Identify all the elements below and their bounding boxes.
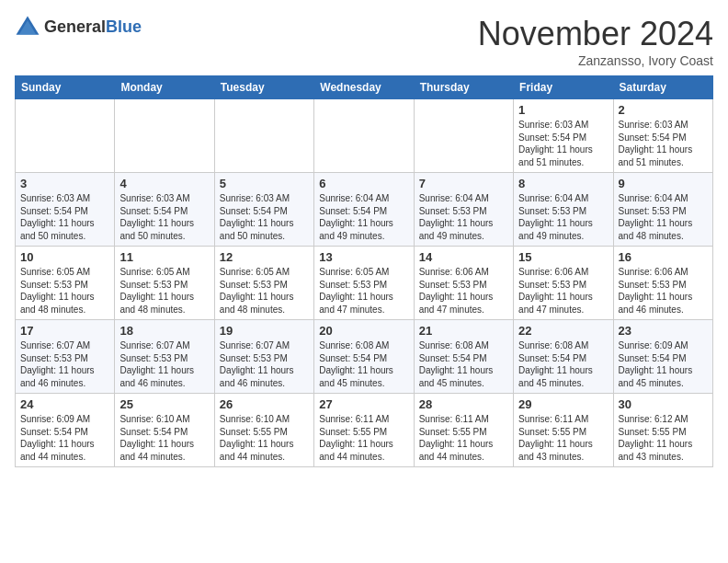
- calendar-cell: 4Sunrise: 6:03 AM Sunset: 5:54 PM Daylig…: [115, 173, 214, 247]
- day-info: Sunrise: 6:03 AM Sunset: 5:54 PM Dayligh…: [619, 119, 708, 168]
- day-number: 4: [119, 177, 209, 190]
- day-number: 27: [319, 397, 408, 411]
- logo-general: General: [44, 17, 106, 36]
- day-info: Sunrise: 6:05 AM Sunset: 5:53 PM Dayligh…: [220, 266, 309, 316]
- weekday-header-wednesday: Wednesday: [314, 76, 414, 99]
- weekday-header-row: SundayMondayTuesdayWednesdayThursdayFrid…: [16, 76, 713, 99]
- location: Zanzansso, Ivory Coast: [478, 53, 713, 68]
- day-number: 29: [518, 397, 608, 411]
- day-number: 21: [419, 324, 508, 338]
- calendar-cell: 29Sunrise: 6:11 AM Sunset: 5:55 PM Dayli…: [514, 394, 613, 467]
- day-info: Sunrise: 6:04 AM Sunset: 5:53 PM Dayligh…: [518, 192, 608, 242]
- weekday-header-monday: Monday: [115, 76, 214, 99]
- weekday-header-sunday: Sunday: [16, 76, 115, 99]
- day-number: 7: [419, 177, 508, 190]
- calendar-cell: 8Sunrise: 6:04 AM Sunset: 5:53 PM Daylig…: [514, 173, 613, 247]
- day-number: 10: [20, 250, 109, 264]
- calendar-cell: 16Sunrise: 6:06 AM Sunset: 5:53 PM Dayli…: [613, 247, 712, 320]
- day-info: Sunrise: 6:03 AM Sunset: 5:54 PM Dayligh…: [119, 192, 209, 242]
- page-header: GeneralBlue November 2024 Zanzansso, Ivo…: [15, 15, 713, 68]
- day-number: 20: [319, 324, 408, 338]
- day-info: Sunrise: 6:07 AM Sunset: 5:53 PM Dayligh…: [119, 339, 209, 389]
- day-info: Sunrise: 6:04 AM Sunset: 5:54 PM Dayligh…: [319, 192, 408, 242]
- day-number: 1: [518, 103, 608, 117]
- day-info: Sunrise: 6:09 AM Sunset: 5:54 PM Dayligh…: [619, 339, 708, 389]
- calendar-cell: 11Sunrise: 6:05 AM Sunset: 5:53 PM Dayli…: [115, 247, 214, 320]
- day-info: Sunrise: 6:08 AM Sunset: 5:54 PM Dayligh…: [518, 339, 608, 389]
- weekday-header-friday: Friday: [514, 76, 613, 99]
- calendar-cell: 20Sunrise: 6:08 AM Sunset: 5:54 PM Dayli…: [314, 320, 414, 394]
- logo-blue-text: Blue: [106, 17, 142, 36]
- day-info: Sunrise: 6:07 AM Sunset: 5:53 PM Dayligh…: [220, 339, 309, 389]
- day-info: Sunrise: 6:08 AM Sunset: 5:54 PM Dayligh…: [319, 339, 408, 389]
- calendar-cell: 15Sunrise: 6:06 AM Sunset: 5:53 PM Dayli…: [514, 247, 613, 320]
- day-info: Sunrise: 6:05 AM Sunset: 5:53 PM Dayligh…: [119, 266, 209, 316]
- month-title: November 2024: [478, 15, 713, 53]
- day-number: 5: [220, 177, 309, 190]
- calendar-cell: 1Sunrise: 6:03 AM Sunset: 5:54 PM Daylig…: [514, 99, 613, 173]
- day-info: Sunrise: 6:10 AM Sunset: 5:55 PM Dayligh…: [220, 413, 309, 463]
- calendar-cell: 9Sunrise: 6:04 AM Sunset: 5:53 PM Daylig…: [613, 173, 712, 247]
- day-number: 30: [619, 397, 708, 411]
- weekday-header-thursday: Thursday: [414, 76, 513, 99]
- day-number: 18: [119, 324, 209, 338]
- day-number: 17: [20, 324, 109, 338]
- day-number: 23: [619, 324, 708, 338]
- calendar-week-row: 3Sunrise: 6:03 AM Sunset: 5:54 PM Daylig…: [16, 173, 713, 247]
- calendar-cell: 23Sunrise: 6:09 AM Sunset: 5:54 PM Dayli…: [613, 320, 712, 394]
- day-number: 13: [319, 250, 408, 264]
- calendar-cell: [115, 99, 214, 173]
- title-block: November 2024 Zanzansso, Ivory Coast: [478, 15, 713, 68]
- calendar-week-row: 10Sunrise: 6:05 AM Sunset: 5:53 PM Dayli…: [16, 247, 713, 320]
- day-number: 24: [20, 397, 109, 411]
- calendar-cell: 5Sunrise: 6:03 AM Sunset: 5:54 PM Daylig…: [214, 173, 313, 247]
- day-number: 11: [119, 250, 209, 264]
- day-info: Sunrise: 6:08 AM Sunset: 5:54 PM Dayligh…: [419, 339, 508, 389]
- day-info: Sunrise: 6:06 AM Sunset: 5:53 PM Dayligh…: [619, 266, 708, 316]
- day-info: Sunrise: 6:11 AM Sunset: 5:55 PM Dayligh…: [419, 413, 508, 463]
- day-number: 3: [20, 177, 109, 190]
- calendar-cell: [16, 99, 115, 173]
- day-info: Sunrise: 6:11 AM Sunset: 5:55 PM Dayligh…: [518, 413, 608, 463]
- calendar-cell: 2Sunrise: 6:03 AM Sunset: 5:54 PM Daylig…: [613, 99, 712, 173]
- day-number: 26: [220, 397, 309, 411]
- day-number: 28: [419, 397, 508, 411]
- calendar-cell: [414, 99, 513, 173]
- day-number: 6: [319, 177, 408, 190]
- day-info: Sunrise: 6:05 AM Sunset: 5:53 PM Dayligh…: [20, 266, 109, 316]
- calendar-cell: 12Sunrise: 6:05 AM Sunset: 5:53 PM Dayli…: [214, 247, 313, 320]
- calendar-cell: 3Sunrise: 6:03 AM Sunset: 5:54 PM Daylig…: [16, 173, 115, 247]
- weekday-header-saturday: Saturday: [613, 76, 712, 99]
- day-number: 2: [619, 103, 708, 117]
- calendar-cell: 13Sunrise: 6:05 AM Sunset: 5:53 PM Dayli…: [314, 247, 414, 320]
- calendar-cell: 17Sunrise: 6:07 AM Sunset: 5:53 PM Dayli…: [16, 320, 115, 394]
- day-info: Sunrise: 6:11 AM Sunset: 5:55 PM Dayligh…: [319, 413, 408, 463]
- calendar-cell: 21Sunrise: 6:08 AM Sunset: 5:54 PM Dayli…: [414, 320, 513, 394]
- calendar-cell: [314, 99, 414, 173]
- weekday-header-tuesday: Tuesday: [214, 76, 313, 99]
- calendar-table: SundayMondayTuesdayWednesdayThursdayFrid…: [15, 75, 713, 467]
- day-number: 8: [518, 177, 608, 190]
- day-number: 19: [220, 324, 309, 338]
- calendar-cell: 19Sunrise: 6:07 AM Sunset: 5:53 PM Dayli…: [214, 320, 313, 394]
- calendar-cell: 28Sunrise: 6:11 AM Sunset: 5:55 PM Dayli…: [414, 394, 513, 467]
- day-info: Sunrise: 6:10 AM Sunset: 5:54 PM Dayligh…: [119, 413, 209, 463]
- day-info: Sunrise: 6:04 AM Sunset: 5:53 PM Dayligh…: [419, 192, 508, 242]
- calendar-week-row: 1Sunrise: 6:03 AM Sunset: 5:54 PM Daylig…: [16, 99, 713, 173]
- day-number: 16: [619, 250, 708, 264]
- day-info: Sunrise: 6:06 AM Sunset: 5:53 PM Dayligh…: [518, 266, 608, 316]
- day-number: 9: [619, 177, 708, 190]
- calendar-cell: 10Sunrise: 6:05 AM Sunset: 5:53 PM Dayli…: [16, 247, 115, 320]
- day-info: Sunrise: 6:03 AM Sunset: 5:54 PM Dayligh…: [518, 119, 608, 168]
- calendar-cell: [214, 99, 313, 173]
- calendar-cell: 7Sunrise: 6:04 AM Sunset: 5:53 PM Daylig…: [414, 173, 513, 247]
- day-info: Sunrise: 6:09 AM Sunset: 5:54 PM Dayligh…: [20, 413, 109, 463]
- logo-icon: [15, 15, 40, 40]
- logo: GeneralBlue: [15, 15, 142, 40]
- calendar-cell: 22Sunrise: 6:08 AM Sunset: 5:54 PM Dayli…: [514, 320, 613, 394]
- day-number: 12: [220, 250, 309, 264]
- day-info: Sunrise: 6:06 AM Sunset: 5:53 PM Dayligh…: [419, 266, 508, 316]
- day-info: Sunrise: 6:03 AM Sunset: 5:54 PM Dayligh…: [20, 192, 109, 242]
- day-number: 22: [518, 324, 608, 338]
- calendar-cell: 14Sunrise: 6:06 AM Sunset: 5:53 PM Dayli…: [414, 247, 513, 320]
